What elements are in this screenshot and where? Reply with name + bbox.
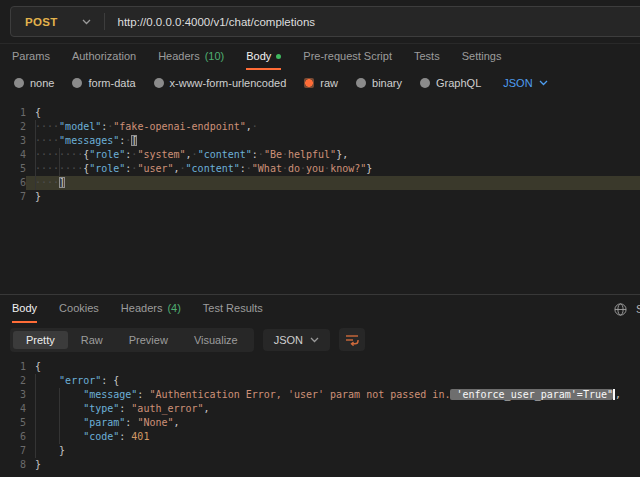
response-tab-body[interactable]: Body (12, 295, 37, 323)
body-mode-binary[interactable]: binary (356, 77, 402, 89)
tab-label: Headers (121, 302, 163, 314)
code-text: { (26, 360, 640, 374)
body-mode-row: noneform-datax-www-form-urlencodedrawbin… (0, 70, 640, 96)
response-editor[interactable]: 1{2 "error": {3 "message": "Authenticati… (0, 356, 640, 477)
response-tab-test-results[interactable]: Test Results (203, 295, 263, 323)
response-view-visualize[interactable]: Visualize (181, 331, 251, 349)
code-line: 7} (0, 190, 640, 204)
request-tab-settings[interactable]: Settings (462, 44, 502, 70)
radio-icon (14, 78, 24, 88)
body-mode-label: none (30, 77, 54, 89)
body-mode-label: raw (320, 77, 338, 89)
code-text: "type": "auth_error", (26, 402, 640, 416)
line-number: 4 (0, 402, 26, 416)
code-text: "param": "None", (26, 416, 640, 430)
code-line: 2 "error": { (0, 374, 640, 388)
request-tab-body[interactable]: Body (246, 44, 281, 70)
tab-label: Test Results (203, 302, 263, 314)
response-tab-cookies[interactable]: Cookies (59, 295, 99, 323)
code-line: 7 } (0, 444, 640, 458)
tab-label: Cookies (59, 302, 99, 314)
line-number: 7 (0, 190, 26, 204)
tab-label: Headers (158, 50, 200, 62)
body-mode-label: binary (372, 77, 402, 89)
body-mode-label: x-www-form-urlencoded (170, 77, 287, 89)
body-mode-label: GraphQL (436, 77, 481, 89)
radio-icon (154, 78, 164, 88)
indent-guide (35, 374, 36, 458)
response-language-select[interactable]: JSON (263, 329, 330, 351)
globe-icon[interactable] (614, 303, 627, 316)
body-mode-raw[interactable]: raw (304, 77, 338, 89)
response-view-preview[interactable]: Preview (116, 331, 181, 349)
code-text: } (26, 458, 640, 472)
response-view-raw[interactable]: Raw (68, 331, 116, 349)
line-number: 3 (0, 388, 26, 402)
body-mode-graphql[interactable]: GraphQL (420, 77, 481, 89)
request-url-input[interactable]: http://0.0.0.0:4000/v1/chat/completions (118, 16, 316, 28)
line-number: 2 (0, 120, 26, 134)
request-tab-authorization[interactable]: Authorization (72, 44, 136, 70)
tab-label: Authorization (72, 50, 136, 62)
request-tab-tests[interactable]: Tests (414, 44, 440, 70)
response-tab-headers[interactable]: Headers(4) (121, 295, 181, 323)
wrap-lines-button[interactable] (339, 328, 365, 351)
body-mode-none[interactable]: none (14, 77, 54, 89)
code-text: "error": { (26, 374, 640, 388)
body-mode-form-data[interactable]: form-data (72, 77, 135, 89)
radio-icon (72, 78, 82, 88)
code-text: ········{"role":·"system",·"content":·"B… (26, 148, 640, 162)
code-line: 1{ (0, 360, 640, 374)
code-line: 3 "message": "Authentication Error, 'use… (0, 388, 640, 402)
url-divider (104, 13, 105, 30)
line-number: 8 (0, 458, 26, 472)
request-tab-pre-request-script[interactable]: Pre-request Script (303, 44, 392, 70)
tab-count-badge: (4) (167, 302, 180, 314)
api-client-window: POST http://0.0.0.0:4000/v1/chat/complet… (0, 0, 640, 477)
code-line: 3····"messages":·[ (0, 134, 640, 148)
method-selector[interactable]: POST (11, 16, 58, 28)
radio-icon (304, 78, 314, 88)
response-view-pretty[interactable]: Pretty (13, 331, 68, 349)
tab-label: Params (12, 50, 50, 62)
code-text: { (26, 106, 640, 120)
code-text: ········{"role":·"user",·"content":·"Wha… (26, 162, 640, 176)
code-line: 8} (0, 458, 640, 472)
code-line: 2····"model":·"fake-openai-endpoint",· (0, 120, 640, 134)
response-language-label: JSON (274, 334, 303, 346)
code-line: 4 "type": "auth_error", (0, 402, 640, 416)
response-tabs: BodyCookiesHeaders(4)Test ResultsSt (0, 295, 640, 323)
code-text: } (26, 444, 640, 458)
indent-guide (59, 148, 60, 176)
line-number: 2 (0, 374, 26, 388)
response-view-row: PrettyRawPreviewVisualize JSON (0, 323, 640, 356)
request-language-label: JSON (503, 77, 532, 89)
radio-icon (420, 78, 430, 88)
code-text: ····"messages":·[ (26, 134, 640, 148)
line-number: 4 (0, 148, 26, 162)
tab-label: Settings (462, 50, 502, 62)
tab-label: Body (246, 50, 271, 62)
request-language-select[interactable]: JSON (503, 77, 547, 89)
radio-icon (356, 78, 366, 88)
tab-label: Body (12, 302, 37, 314)
code-text: "message": "Authentication Error, 'user'… (26, 388, 640, 402)
chevron-down-icon[interactable] (82, 19, 91, 25)
code-line: 6 "code": 401 (0, 430, 640, 444)
body-mode-x-www-form-urlencoded[interactable]: x-www-form-urlencoded (154, 77, 287, 89)
line-number: 1 (0, 360, 26, 374)
indent-guide (59, 388, 60, 444)
indent-guide (35, 120, 36, 190)
request-editor[interactable]: 1{2····"model":·"fake-openai-endpoint",·… (0, 96, 640, 294)
request-url-bar: POST http://0.0.0.0:4000/v1/chat/complet… (10, 6, 640, 37)
request-tab-params[interactable]: Params (12, 44, 50, 70)
code-text: } (26, 190, 640, 204)
code-text: "code": 401 (26, 430, 640, 444)
code-line: 5 "param": "None", (0, 416, 640, 430)
line-number: 6 (0, 176, 26, 190)
unsaved-changes-dot (276, 54, 281, 59)
request-tab-headers[interactable]: Headers(10) (158, 44, 224, 70)
chevron-down-icon (310, 337, 319, 343)
wrap-lines-icon (345, 333, 359, 346)
code-line: 4········{"role":·"system",·"content":·"… (0, 148, 640, 162)
